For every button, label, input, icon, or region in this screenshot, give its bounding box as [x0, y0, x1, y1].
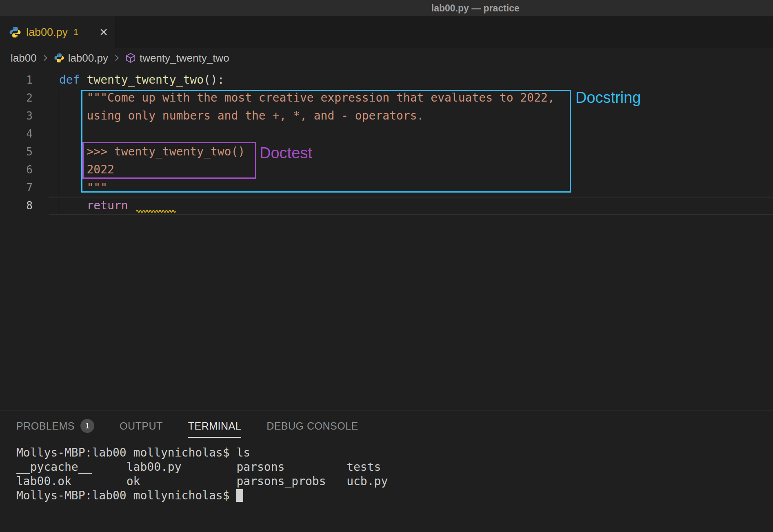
python-icon [54, 53, 64, 63]
terminal[interactable]: Mollys-MBP:lab00 mollynicholas$ ls__pyca… [0, 441, 773, 503]
code-text: using only numbers and the +, *, and - o… [49, 107, 773, 125]
code-text: """Come up with the most creative expres… [49, 89, 773, 107]
code-token: return [87, 199, 128, 212]
code-editor[interactable]: 1def twenty_twenty_two():2 """Come up wi… [0, 68, 773, 410]
editor-lines: 1def twenty_twenty_two():2 """Come up wi… [0, 71, 773, 215]
line-number: 1 [0, 71, 33, 89]
code-line[interactable]: 8 return [0, 197, 773, 215]
breadcrumb-file[interactable]: lab00.py [68, 52, 108, 64]
tab-terminal[interactable]: TERMINAL [188, 410, 241, 441]
code-token: (): [204, 73, 224, 86]
line-number: 4 [0, 125, 33, 143]
code-token [128, 199, 135, 212]
code-token: twenty_twenty_two [87, 73, 204, 86]
code-text: """ [49, 179, 773, 197]
line-number: 2 [0, 89, 33, 107]
code-text [49, 125, 773, 143]
breadcrumb: lab00 lab00.py twenty_twenty_two [0, 48, 773, 68]
line-number: 7 [0, 179, 33, 197]
vscode-window: lab00.py — practice lab00.py 1 ✕ lab00 [0, 0, 773, 532]
tab-problems-label: PROBLEMS [16, 420, 75, 432]
chevron-right-icon [40, 53, 50, 63]
panel-tab-bar: PROBLEMS 1 OUTPUT TERMINAL DEBUG CONSOLE [0, 410, 773, 441]
code-token: """Come up with the most creative expres… [59, 91, 555, 104]
tab-problems[interactable]: PROBLEMS 1 [16, 410, 94, 441]
terminal-line: __pycache__ lab00.py parsons tests [16, 460, 773, 474]
code-token: def [59, 73, 87, 86]
warning-squiggle-icon [136, 208, 177, 214]
titlebar: lab00.py — practice [0, 0, 773, 16]
close-tab-icon[interactable]: ✕ [99, 27, 108, 38]
tab-label: lab00.py [26, 26, 68, 39]
code-line[interactable]: 4 [0, 125, 773, 143]
line-number: 3 [0, 107, 33, 125]
code-token: >>> twenty_twenty_two() [59, 145, 245, 158]
terminal-line: Mollys-MBP:lab00 mollynicholas$ [16, 488, 773, 503]
code-line[interactable]: 3 using only numbers and the +, *, and -… [0, 107, 773, 125]
terminal-line: lab00.ok ok parsons_probs ucb.py [16, 474, 773, 488]
window-title: lab00.py — practice [431, 3, 520, 14]
tab-output-label: OUTPUT [120, 420, 163, 432]
code-line[interactable]: 6 2022 [0, 161, 773, 179]
tab-lab00py[interactable]: lab00.py 1 ✕ [0, 16, 116, 48]
code-line[interactable]: 1def twenty_twenty_two(): [0, 71, 773, 89]
tab-problem-count: 1 [73, 27, 78, 38]
line-number: 5 [0, 143, 33, 161]
terminal-line: Mollys-MBP:lab00 mollynicholas$ ls [16, 446, 773, 460]
python-icon [9, 26, 21, 38]
code-text: 2022 [49, 161, 773, 179]
code-token: using only numbers and the +, *, and - o… [59, 109, 424, 122]
chevron-right-icon [112, 53, 122, 63]
code-line[interactable]: 5 >>> twenty_twenty_two() [0, 143, 773, 161]
tab-debug-console[interactable]: DEBUG CONSOLE [267, 410, 358, 441]
editor-tab-bar: lab00.py 1 ✕ [0, 16, 773, 48]
breadcrumb-folder[interactable]: lab00 [11, 52, 37, 64]
line-number: 8 [0, 197, 33, 215]
code-line[interactable]: 2 """Come up with the most creative expr… [0, 89, 773, 107]
tab-debug-console-label: DEBUG CONSOLE [267, 420, 358, 432]
problems-count-badge: 1 [80, 419, 94, 433]
code-token [59, 199, 87, 212]
code-token: """ [59, 181, 107, 194]
tab-terminal-label: TERMINAL [188, 420, 241, 432]
terminal-cursor [236, 489, 243, 502]
code-text: >>> twenty_twenty_two() [49, 143, 773, 161]
code-text: def twenty_twenty_two(): [49, 71, 773, 89]
code-text: return [49, 197, 773, 215]
tab-output[interactable]: OUTPUT [120, 410, 163, 441]
code-token: 2022 [59, 163, 114, 176]
code-line[interactable]: 7 """ [0, 179, 773, 197]
breadcrumb-symbol[interactable]: twenty_twenty_two [140, 52, 229, 64]
line-number: 6 [0, 161, 33, 179]
symbol-cube-icon [125, 53, 136, 63]
bottom-panel: PROBLEMS 1 OUTPUT TERMINAL DEBUG CONSOLE… [0, 410, 773, 532]
